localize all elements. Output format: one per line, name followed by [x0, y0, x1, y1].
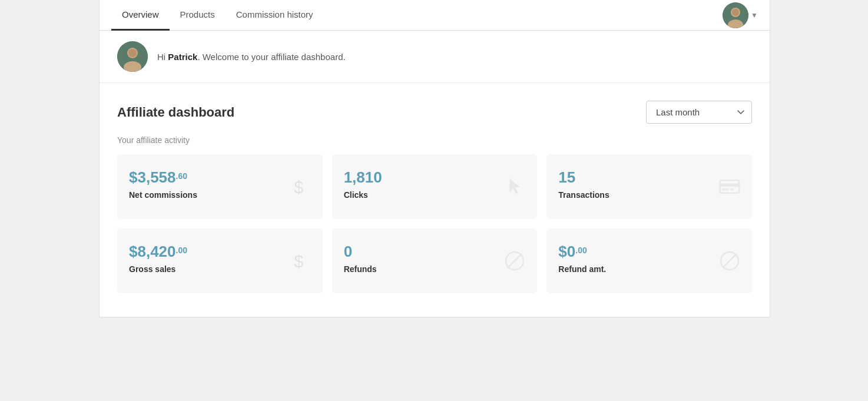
stat-card-transactions: 15 Transactions	[546, 154, 752, 219]
stat-value-clicks: 1,810	[344, 168, 526, 187]
svg-point-3	[732, 9, 739, 16]
greeting-pre: Hi	[157, 52, 168, 62]
dashboard-title: Affiliate dashboard	[117, 105, 234, 120]
stat-card-clicks: 1,810 Clicks	[332, 154, 538, 219]
dollar-icon-net: $	[290, 176, 311, 197]
svg-text:$: $	[294, 178, 303, 197]
stat-card-gross-sales: $8,420.00 Gross sales $	[117, 228, 323, 293]
welcome-bar: Hi Patrick. Welcome to your affiliate da…	[100, 31, 770, 83]
svg-marker-9	[510, 178, 521, 194]
tabs-right: ▼	[723, 2, 758, 28]
svg-text:$: $	[294, 252, 303, 271]
dollar-icon-gross: $	[290, 250, 311, 271]
activity-label: Your affiliate activity	[117, 135, 752, 145]
tab-products[interactable]: Products	[170, 0, 226, 31]
svg-line-16	[508, 254, 522, 268]
user-avatar-top[interactable]	[723, 2, 748, 28]
tab-commission-history[interactable]: Commission history	[226, 0, 324, 31]
cursor-icon	[506, 177, 525, 196]
user-name: Patrick	[168, 52, 197, 62]
stat-value-gross-sales: $8,420.00	[129, 243, 311, 261]
stat-label-refunds: Refunds	[344, 264, 526, 274]
page-wrapper: Overview Products Commission history ▼	[0, 0, 868, 401]
stat-card-net-commissions: $3,558.60 Net commissions $	[117, 154, 323, 219]
stat-card-refunds: 0 Refunds	[332, 228, 538, 293]
card-icon	[719, 176, 740, 197]
stat-main-transactions: 15	[558, 168, 575, 187]
stat-label-transactions: Transactions	[558, 190, 740, 200]
stat-main-clicks: 1,810	[344, 168, 382, 187]
stat-label-refund-amt: Refund amt.	[558, 264, 740, 274]
stat-cents-gross-sales: .00	[176, 246, 187, 255]
user-chevron-icon: ▼	[751, 11, 758, 19]
stats-grid: $3,558.60 Net commissions $ 1,810 Clicks	[117, 154, 752, 293]
main-container: Overview Products Commission history ▼	[99, 0, 770, 317]
dashboard-header: Affiliate dashboard Last month Today Las…	[117, 101, 752, 124]
svg-point-7	[128, 49, 137, 57]
svg-rect-11	[720, 184, 739, 187]
tab-overview[interactable]: Overview	[111, 0, 170, 31]
stat-label-gross-sales: Gross sales	[129, 264, 311, 274]
stat-value-net-commissions: $3,558.60	[129, 168, 311, 187]
stat-main-gross-sales: $8,420	[129, 243, 176, 261]
stat-value-refund-amt: $0.00	[558, 243, 740, 261]
stat-label-clicks: Clicks	[344, 190, 526, 200]
svg-line-18	[723, 254, 737, 268]
stat-value-transactions: 15	[558, 168, 740, 187]
stat-cents-net-commissions: .60	[176, 171, 187, 181]
tabs-bar: Overview Products Commission history ▼	[100, 0, 770, 31]
stat-main-refund-amt: $0	[558, 243, 575, 261]
svg-rect-12	[722, 189, 728, 191]
stat-value-refunds: 0	[344, 243, 526, 261]
stat-main-refunds: 0	[344, 243, 352, 261]
stat-card-refund-amt: $0.00 Refund amt.	[546, 228, 752, 293]
stat-label-net-commissions: Net commissions	[129, 190, 311, 200]
prohibited-icon-refund-amt	[719, 250, 740, 271]
greeting-post: . Welcome to your affiliate dashboard.	[197, 52, 345, 62]
welcome-text: Hi Patrick. Welcome to your affiliate da…	[157, 52, 346, 62]
prohibited-icon-refunds	[504, 250, 525, 271]
stat-cents-refund-amt: .00	[575, 246, 587, 255]
welcome-avatar	[117, 41, 148, 72]
dashboard-content: Affiliate dashboard Last month Today Las…	[100, 83, 770, 317]
period-select[interactable]: Last month Today Last 7 days Last 3 mont…	[646, 101, 752, 124]
svg-rect-13	[731, 189, 734, 191]
stat-main-net-commissions: $3,558	[129, 168, 176, 187]
